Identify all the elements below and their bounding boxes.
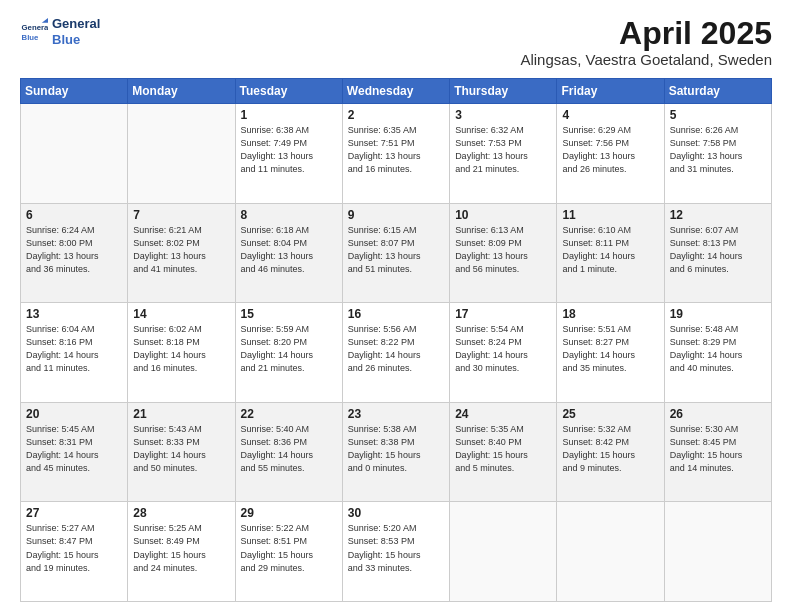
day-number: 14 bbox=[133, 307, 229, 321]
calendar-table: SundayMondayTuesdayWednesdayThursdayFrid… bbox=[20, 78, 772, 602]
day-info: Sunrise: 5:59 AMSunset: 8:20 PMDaylight:… bbox=[241, 323, 337, 375]
weekday-header-monday: Monday bbox=[128, 79, 235, 104]
day-info: Sunrise: 5:38 AMSunset: 8:38 PMDaylight:… bbox=[348, 423, 444, 475]
calendar-cell: 3Sunrise: 6:32 AMSunset: 7:53 PMDaylight… bbox=[450, 104, 557, 204]
day-info: Sunrise: 6:26 AMSunset: 7:58 PMDaylight:… bbox=[670, 124, 766, 176]
calendar-cell: 6Sunrise: 6:24 AMSunset: 8:00 PMDaylight… bbox=[21, 203, 128, 303]
calendar-cell: 14Sunrise: 6:02 AMSunset: 8:18 PMDayligh… bbox=[128, 303, 235, 403]
calendar-week-row: 27Sunrise: 5:27 AMSunset: 8:47 PMDayligh… bbox=[21, 502, 772, 602]
weekday-header-wednesday: Wednesday bbox=[342, 79, 449, 104]
month-title: April 2025 bbox=[520, 16, 772, 51]
day-number: 30 bbox=[348, 506, 444, 520]
day-number: 29 bbox=[241, 506, 337, 520]
day-info: Sunrise: 5:40 AMSunset: 8:36 PMDaylight:… bbox=[241, 423, 337, 475]
calendar-cell: 9Sunrise: 6:15 AMSunset: 8:07 PMDaylight… bbox=[342, 203, 449, 303]
day-number: 28 bbox=[133, 506, 229, 520]
calendar-cell: 26Sunrise: 5:30 AMSunset: 8:45 PMDayligh… bbox=[664, 402, 771, 502]
calendar-week-row: 20Sunrise: 5:45 AMSunset: 8:31 PMDayligh… bbox=[21, 402, 772, 502]
day-info: Sunrise: 5:48 AMSunset: 8:29 PMDaylight:… bbox=[670, 323, 766, 375]
day-info: Sunrise: 5:35 AMSunset: 8:40 PMDaylight:… bbox=[455, 423, 551, 475]
day-info: Sunrise: 6:24 AMSunset: 8:00 PMDaylight:… bbox=[26, 224, 122, 276]
header: GeneralBlue General Blue April 2025 Alin… bbox=[20, 16, 772, 68]
calendar-cell bbox=[450, 502, 557, 602]
calendar-week-row: 1Sunrise: 6:38 AMSunset: 7:49 PMDaylight… bbox=[21, 104, 772, 204]
day-number: 9 bbox=[348, 208, 444, 222]
svg-marker-2 bbox=[42, 18, 48, 23]
calendar-cell bbox=[557, 502, 664, 602]
day-number: 11 bbox=[562, 208, 658, 222]
weekday-header-saturday: Saturday bbox=[664, 79, 771, 104]
day-number: 1 bbox=[241, 108, 337, 122]
calendar-cell bbox=[128, 104, 235, 204]
day-info: Sunrise: 5:43 AMSunset: 8:33 PMDaylight:… bbox=[133, 423, 229, 475]
day-info: Sunrise: 6:21 AMSunset: 8:02 PMDaylight:… bbox=[133, 224, 229, 276]
calendar-cell bbox=[21, 104, 128, 204]
day-number: 24 bbox=[455, 407, 551, 421]
weekday-header-thursday: Thursday bbox=[450, 79, 557, 104]
day-info: Sunrise: 5:56 AMSunset: 8:22 PMDaylight:… bbox=[348, 323, 444, 375]
calendar-cell: 10Sunrise: 6:13 AMSunset: 8:09 PMDayligh… bbox=[450, 203, 557, 303]
day-number: 20 bbox=[26, 407, 122, 421]
calendar-cell bbox=[664, 502, 771, 602]
day-number: 16 bbox=[348, 307, 444, 321]
day-info: Sunrise: 6:18 AMSunset: 8:04 PMDaylight:… bbox=[241, 224, 337, 276]
day-number: 7 bbox=[133, 208, 229, 222]
day-number: 2 bbox=[348, 108, 444, 122]
day-number: 5 bbox=[670, 108, 766, 122]
day-info: Sunrise: 6:13 AMSunset: 8:09 PMDaylight:… bbox=[455, 224, 551, 276]
calendar-cell: 28Sunrise: 5:25 AMSunset: 8:49 PMDayligh… bbox=[128, 502, 235, 602]
calendar-cell: 25Sunrise: 5:32 AMSunset: 8:42 PMDayligh… bbox=[557, 402, 664, 502]
day-number: 17 bbox=[455, 307, 551, 321]
day-number: 6 bbox=[26, 208, 122, 222]
svg-text:General: General bbox=[22, 23, 48, 32]
calendar-cell: 17Sunrise: 5:54 AMSunset: 8:24 PMDayligh… bbox=[450, 303, 557, 403]
calendar-cell: 7Sunrise: 6:21 AMSunset: 8:02 PMDaylight… bbox=[128, 203, 235, 303]
calendar-cell: 19Sunrise: 5:48 AMSunset: 8:29 PMDayligh… bbox=[664, 303, 771, 403]
calendar-cell: 24Sunrise: 5:35 AMSunset: 8:40 PMDayligh… bbox=[450, 402, 557, 502]
calendar-cell: 13Sunrise: 6:04 AMSunset: 8:16 PMDayligh… bbox=[21, 303, 128, 403]
calendar-cell: 12Sunrise: 6:07 AMSunset: 8:13 PMDayligh… bbox=[664, 203, 771, 303]
day-number: 25 bbox=[562, 407, 658, 421]
day-info: Sunrise: 5:20 AMSunset: 8:53 PMDaylight:… bbox=[348, 522, 444, 574]
logo: GeneralBlue General Blue bbox=[20, 16, 100, 47]
calendar-cell: 20Sunrise: 5:45 AMSunset: 8:31 PMDayligh… bbox=[21, 402, 128, 502]
calendar-cell: 8Sunrise: 6:18 AMSunset: 8:04 PMDaylight… bbox=[235, 203, 342, 303]
location-title: Alingsas, Vaestra Goetaland, Sweden bbox=[520, 51, 772, 68]
day-number: 15 bbox=[241, 307, 337, 321]
calendar-cell: 2Sunrise: 6:35 AMSunset: 7:51 PMDaylight… bbox=[342, 104, 449, 204]
day-number: 10 bbox=[455, 208, 551, 222]
day-info: Sunrise: 5:25 AMSunset: 8:49 PMDaylight:… bbox=[133, 522, 229, 574]
svg-text:Blue: Blue bbox=[22, 32, 40, 41]
day-info: Sunrise: 5:27 AMSunset: 8:47 PMDaylight:… bbox=[26, 522, 122, 574]
day-info: Sunrise: 5:54 AMSunset: 8:24 PMDaylight:… bbox=[455, 323, 551, 375]
calendar-cell: 21Sunrise: 5:43 AMSunset: 8:33 PMDayligh… bbox=[128, 402, 235, 502]
day-number: 13 bbox=[26, 307, 122, 321]
day-number: 19 bbox=[670, 307, 766, 321]
day-number: 18 bbox=[562, 307, 658, 321]
weekday-header-tuesday: Tuesday bbox=[235, 79, 342, 104]
calendar-week-row: 13Sunrise: 6:04 AMSunset: 8:16 PMDayligh… bbox=[21, 303, 772, 403]
day-number: 8 bbox=[241, 208, 337, 222]
weekday-header-row: SundayMondayTuesdayWednesdayThursdayFrid… bbox=[21, 79, 772, 104]
calendar-cell: 18Sunrise: 5:51 AMSunset: 8:27 PMDayligh… bbox=[557, 303, 664, 403]
day-info: Sunrise: 6:38 AMSunset: 7:49 PMDaylight:… bbox=[241, 124, 337, 176]
day-number: 12 bbox=[670, 208, 766, 222]
calendar-cell: 30Sunrise: 5:20 AMSunset: 8:53 PMDayligh… bbox=[342, 502, 449, 602]
calendar-cell: 1Sunrise: 6:38 AMSunset: 7:49 PMDaylight… bbox=[235, 104, 342, 204]
calendar-cell: 22Sunrise: 5:40 AMSunset: 8:36 PMDayligh… bbox=[235, 402, 342, 502]
day-info: Sunrise: 6:07 AMSunset: 8:13 PMDaylight:… bbox=[670, 224, 766, 276]
day-number: 3 bbox=[455, 108, 551, 122]
weekday-header-sunday: Sunday bbox=[21, 79, 128, 104]
day-info: Sunrise: 5:30 AMSunset: 8:45 PMDaylight:… bbox=[670, 423, 766, 475]
day-info: Sunrise: 6:32 AMSunset: 7:53 PMDaylight:… bbox=[455, 124, 551, 176]
calendar-week-row: 6Sunrise: 6:24 AMSunset: 8:00 PMDaylight… bbox=[21, 203, 772, 303]
day-number: 22 bbox=[241, 407, 337, 421]
calendar-cell: 29Sunrise: 5:22 AMSunset: 8:51 PMDayligh… bbox=[235, 502, 342, 602]
day-info: Sunrise: 6:02 AMSunset: 8:18 PMDaylight:… bbox=[133, 323, 229, 375]
calendar-cell: 23Sunrise: 5:38 AMSunset: 8:38 PMDayligh… bbox=[342, 402, 449, 502]
calendar-cell: 5Sunrise: 6:26 AMSunset: 7:58 PMDaylight… bbox=[664, 104, 771, 204]
day-number: 4 bbox=[562, 108, 658, 122]
logo-icon: GeneralBlue bbox=[20, 18, 48, 46]
calendar-cell: 27Sunrise: 5:27 AMSunset: 8:47 PMDayligh… bbox=[21, 502, 128, 602]
day-info: Sunrise: 6:35 AMSunset: 7:51 PMDaylight:… bbox=[348, 124, 444, 176]
